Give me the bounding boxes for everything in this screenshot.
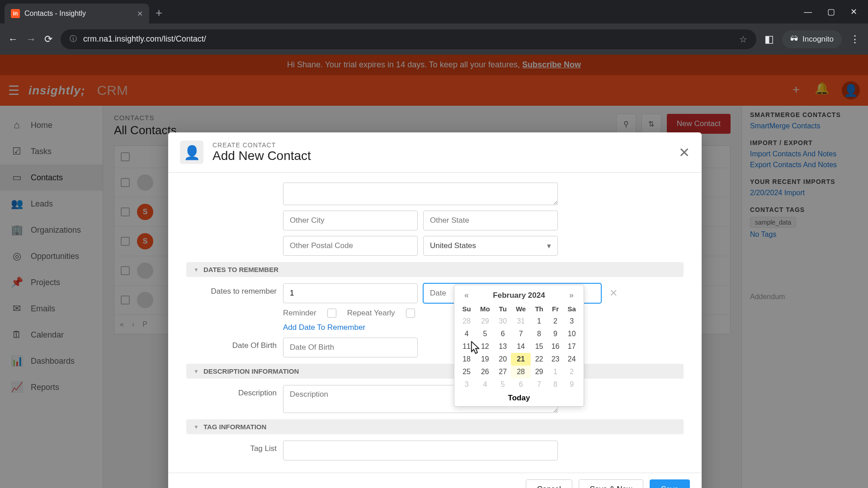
datepicker-day[interactable]: 5 [475, 328, 495, 340]
datepicker-day[interactable]: 11 [458, 340, 475, 353]
add-date-link[interactable]: Add Date To Remember [283, 323, 365, 332]
caret-down-icon: ▼ [193, 267, 199, 273]
panel-icon[interactable]: ◧ [764, 33, 774, 45]
datepicker-day[interactable]: 8 [531, 328, 547, 340]
datepicker-day[interactable]: 3 [563, 315, 580, 328]
site-info-icon[interactable]: ⓘ [70, 34, 77, 44]
tag-list-input[interactable] [283, 441, 558, 460]
other-state-input[interactable] [423, 211, 558, 230]
dates-label: Dates to remember [186, 283, 277, 296]
datepicker-day[interactable]: 31 [511, 315, 531, 328]
section-description[interactable]: ▼DESCRIPTION INFORMATION [186, 364, 684, 379]
datepicker-day[interactable]: 29 [475, 315, 495, 328]
save-button[interactable]: Save [650, 479, 690, 488]
datepicker-day[interactable]: 26 [475, 366, 495, 378]
datepicker-day[interactable]: 1 [531, 315, 547, 328]
modal-title: Add New Contact [212, 149, 311, 163]
reminder-value-input[interactable] [283, 283, 418, 303]
datepicker-day[interactable]: 24 [563, 353, 580, 366]
datepicker-dow: Th [531, 303, 547, 315]
datepicker-day[interactable]: 1 [547, 366, 563, 378]
datepicker-day[interactable]: 12 [475, 340, 495, 353]
other-postal-input[interactable] [283, 236, 418, 256]
tab-close-icon[interactable]: ✕ [137, 9, 143, 18]
caret-down-icon: ▼ [193, 424, 199, 430]
new-tab-button[interactable]: + [156, 6, 162, 20]
browser-menu-icon[interactable]: ⋮ [850, 33, 860, 45]
reminder-label: Reminder [283, 309, 316, 318]
datepicker-day[interactable]: 25 [458, 366, 475, 378]
caret-down-icon: ▼ [193, 368, 199, 375]
datepicker-dow: We [511, 303, 531, 315]
country-value: United States [430, 241, 476, 250]
datepicker-day[interactable]: 4 [475, 378, 495, 391]
datepicker-dow: Su [458, 303, 475, 315]
address-bar[interactable]: ⓘ crm.na1.insightly.com/list/Contact/ ☆ [61, 29, 756, 49]
datepicker-day[interactable]: 10 [563, 328, 580, 340]
datepicker-day[interactable]: 2 [547, 315, 563, 328]
datepicker-day[interactable]: 17 [563, 340, 580, 353]
datepicker-day[interactable]: 23 [547, 353, 563, 366]
datepicker-day[interactable]: 16 [547, 340, 563, 353]
datepicker-day[interactable]: 28 [511, 366, 531, 378]
datepicker-day[interactable]: 9 [563, 378, 580, 391]
datepicker-day[interactable]: 27 [495, 366, 510, 378]
save-and-new-button[interactable]: Save & New [579, 479, 644, 488]
dob-input[interactable] [283, 338, 418, 357]
datepicker-day[interactable]: 6 [511, 378, 531, 391]
datepicker-dow: Mo [475, 303, 495, 315]
datepicker-day[interactable]: 6 [495, 328, 510, 340]
datepicker-day[interactable]: 14 [511, 340, 531, 353]
datepicker-day[interactable]: 7 [531, 378, 547, 391]
tag-list-label: Tag List [186, 441, 277, 453]
nav-back-icon[interactable]: ← [8, 33, 18, 45]
datepicker-day[interactable]: 28 [458, 315, 475, 328]
incognito-badge[interactable]: 🕶 Incognito [782, 30, 842, 48]
datepicker-day[interactable]: 22 [531, 353, 547, 366]
browser-tab[interactable]: in Contacts - Insightly ✕ [5, 4, 149, 23]
datepicker-dow: Fr [547, 303, 563, 315]
datepicker-next-icon[interactable]: » [566, 290, 577, 301]
maximize-icon[interactable]: ▢ [827, 7, 835, 17]
reminder-checkbox[interactable] [327, 309, 336, 318]
modal-body: United States▾ ▼DATES TO REMEMBER Dates … [168, 173, 702, 473]
datepicker-day[interactable]: 30 [495, 315, 510, 328]
modal-close-icon[interactable]: ✕ [679, 145, 690, 160]
tab-title: Contacts - Insightly [24, 9, 86, 18]
other-city-input[interactable] [283, 211, 418, 230]
dob-label: Date Of Birth [186, 338, 277, 350]
repeat-yearly-checkbox[interactable] [406, 309, 415, 318]
app-page: Hi Shane. Your trial expires in 14 days.… [0, 55, 868, 488]
datepicker-today-button[interactable]: Today [458, 391, 580, 404]
datepicker-day[interactable]: 19 [475, 353, 495, 366]
datepicker-month[interactable]: February 2024 [493, 291, 545, 300]
datepicker-day[interactable]: 3 [458, 378, 475, 391]
datepicker-prev-icon[interactable]: « [461, 290, 472, 301]
close-window-icon[interactable]: ✕ [850, 7, 857, 17]
datepicker-day[interactable]: 9 [547, 328, 563, 340]
remove-date-icon[interactable]: ✕ [609, 287, 618, 299]
datepicker-day[interactable]: 20 [495, 353, 510, 366]
datepicker-day[interactable]: 21 [511, 353, 531, 366]
datepicker-day[interactable]: 29 [531, 366, 547, 378]
nav-forward-icon[interactable]: → [26, 33, 36, 45]
modal-subtitle: CREATE CONTACT [212, 141, 311, 149]
datepicker-day[interactable]: 5 [495, 378, 510, 391]
nav-reload-icon[interactable]: ⟳ [44, 33, 52, 45]
datepicker-day[interactable]: 15 [531, 340, 547, 353]
description-label: Description [186, 385, 277, 398]
minimize-icon[interactable]: — [804, 7, 812, 17]
section-tags[interactable]: ▼TAG INFORMATION [186, 419, 684, 434]
country-select[interactable]: United States▾ [423, 236, 558, 256]
datepicker-day[interactable]: 4 [458, 328, 475, 340]
datepicker-day[interactable]: 7 [511, 328, 531, 340]
datepicker-day[interactable]: 8 [547, 378, 563, 391]
section-dates[interactable]: ▼DATES TO REMEMBER [186, 262, 684, 277]
datepicker-day[interactable]: 2 [563, 366, 580, 378]
datepicker-day[interactable]: 18 [458, 353, 475, 366]
datepicker-day[interactable]: 13 [495, 340, 510, 353]
section-label: DATES TO REMEMBER [203, 266, 278, 273]
cancel-button[interactable]: Cancel [526, 479, 572, 488]
other-address-textarea[interactable] [283, 183, 558, 205]
bookmark-icon[interactable]: ☆ [739, 34, 747, 45]
